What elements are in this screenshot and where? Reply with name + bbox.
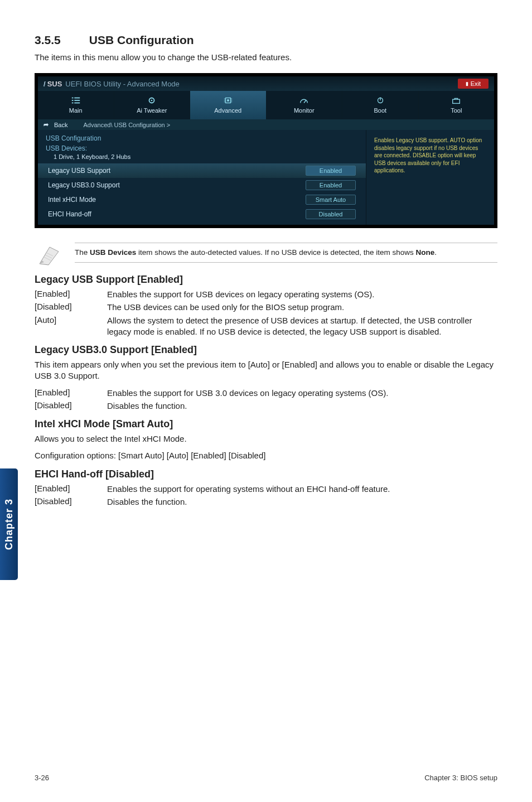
tab-main[interactable]: Main <box>38 91 114 119</box>
svg-rect-19 <box>453 99 460 103</box>
option-ehci-hand-off[interactable]: EHCI Hand-off Disabled <box>38 207 366 221</box>
subsection-heading: Intel xHCI Mode [Smart Auto] <box>35 418 497 430</box>
svg-rect-1 <box>74 98 80 99</box>
footer-chapter-label: Chapter 3: BIOS setup <box>424 774 497 782</box>
bios-help-text: Enables Legacy USB support. AUTO option … <box>374 137 487 175</box>
option-value[interactable]: Enabled <box>306 166 356 176</box>
bios-devices-value: 1 Drive, 1 Keyboard, 2 Hubs <box>38 153 366 163</box>
bios-section-title: USB Configuration <box>38 130 366 143</box>
section-intro: The items in this menu allow you to chan… <box>35 52 497 62</box>
option-value[interactable]: Disabled <box>306 209 356 219</box>
definition-desc: Disables the function. <box>107 400 497 412</box>
bios-title-text: UEFI BIOS Utility - Advanced Mode <box>65 80 179 88</box>
subsection-heading: Legacy USB3.0 Support [Enabled] <box>35 344 497 356</box>
tab-label: Advanced <box>192 107 264 114</box>
subsection-heading: Legacy USB Support [Enabled] <box>35 274 497 286</box>
note-text: The USB Devices item shows the auto-dete… <box>75 248 497 258</box>
section-title: USB Configuration <box>89 33 194 46</box>
bios-brand: SUS <box>43 80 62 88</box>
definition-term: [Enabled] <box>35 289 107 300</box>
option-legacy-usb3-support[interactable]: Legacy USB3.0 Support Enabled <box>38 178 366 192</box>
svg-rect-0 <box>72 98 74 99</box>
definition-term: [Auto] <box>35 315 107 338</box>
bios-tabbar: Main Ai Tweaker Advanced <box>38 91 494 119</box>
option-label: Legacy USB Support <box>48 167 110 175</box>
svg-rect-9 <box>227 99 229 102</box>
svg-rect-5 <box>74 103 80 104</box>
tab-advanced[interactable]: Advanced <box>190 91 267 119</box>
subsection-paragraph: Configuration options: [Smart Auto] [Aut… <box>35 450 497 461</box>
page-footer: 3-26 Chapter 3: BIOS setup <box>35 774 497 782</box>
tab-label: Tool <box>421 107 492 114</box>
bios-screenshot: SUS UEFI BIOS Utility - Advanced Mode Ex… <box>35 73 497 228</box>
definition-row: [Enabled]Enables the support for USB 3.0… <box>35 388 497 399</box>
bios-help-panel: Enables Legacy USB support. AUTO option … <box>366 130 494 225</box>
option-value[interactable]: Smart Auto <box>306 195 356 205</box>
page-number: 3-26 <box>35 774 49 782</box>
option-intel-xhci-mode[interactable]: Intel xHCI Mode Smart Auto <box>38 192 366 207</box>
definition-row: [Auto]Allows the system to detect the pr… <box>35 315 497 338</box>
definition-desc: Enables the support for USB devices on l… <box>107 289 497 300</box>
tab-label: Monitor <box>269 107 340 114</box>
definition-desc: Allows the system to detect the presence… <box>107 315 497 338</box>
definition-desc: Disables the function. <box>107 496 497 508</box>
section-number: 3.5.5 <box>35 33 86 47</box>
definition-row: [Disabled]The USB devices can be used on… <box>35 302 497 313</box>
back-arrow-icon: ➦ <box>43 121 49 128</box>
list-icon <box>40 95 112 105</box>
tab-boot[interactable]: Boot <box>342 91 419 119</box>
option-label: Intel xHCI Mode <box>48 196 96 204</box>
back-label: Back <box>54 122 67 128</box>
option-label: EHCI Hand-off <box>48 210 91 218</box>
tab-monitor[interactable]: Monitor <box>267 91 343 119</box>
bios-titlebar: SUS UEFI BIOS Utility - Advanced Mode Ex… <box>38 76 494 91</box>
definition-term: [Disabled] <box>35 302 107 313</box>
power-icon <box>345 95 416 105</box>
option-label: Legacy USB3.0 Support <box>48 181 120 189</box>
toolbox-icon <box>421 95 492 105</box>
breadcrumb: Advanced\ USB Configuration > <box>83 122 170 128</box>
definition-desc: Enables the support for USB 3.0 devices … <box>107 388 497 399</box>
chip-icon <box>192 95 264 105</box>
subsection-paragraph: Allows you to select the Intel xHCI Mode… <box>35 433 497 445</box>
definition-row: [Enabled]Enables the support for operati… <box>35 484 497 495</box>
definition-term: [Disabled] <box>35 400 107 412</box>
svg-line-16 <box>304 100 306 103</box>
definition-term: [Enabled] <box>35 388 107 399</box>
subsection-paragraph: This item appears only when you set the … <box>35 359 497 382</box>
option-value[interactable]: Enabled <box>306 180 356 190</box>
gear-icon <box>117 95 188 105</box>
definition-desc: Enables the support for operating system… <box>107 484 497 495</box>
svg-rect-4 <box>72 103 74 104</box>
tab-ai-tweaker[interactable]: Ai Tweaker <box>114 91 191 119</box>
exit-button[interactable]: Exit <box>458 79 489 89</box>
section-heading: 3.5.5 USB Configuration <box>35 33 497 47</box>
tab-label: Ai Tweaker <box>117 107 188 114</box>
exit-label: Exit <box>471 80 481 87</box>
svg-rect-3 <box>74 100 80 101</box>
chapter-side-label: Chapter 3 <box>3 499 15 550</box>
bios-back-row[interactable]: ➦ Back Advanced\ USB Configuration > <box>38 119 494 130</box>
definition-row: [Disabled]Disables the function. <box>35 400 497 412</box>
chapter-side-tab: Chapter 3 <box>0 468 18 580</box>
tab-tool[interactable]: Tool <box>419 91 495 119</box>
definition-row: [Disabled]Disables the function. <box>35 496 497 508</box>
definition-row: [Enabled]Enables the support for USB dev… <box>35 289 497 300</box>
svg-point-7 <box>151 100 153 102</box>
definition-term: [Disabled] <box>35 496 107 508</box>
bios-devices-label: USB Devices: <box>38 143 366 153</box>
svg-rect-2 <box>72 100 74 101</box>
bios-main-panel: USB Configuration USB Devices: 1 Drive, … <box>38 130 366 225</box>
tab-label: Boot <box>345 107 416 114</box>
definition-desc: The USB devices can be used only for the… <box>107 302 497 313</box>
subsection-heading: EHCI Hand-off [Disabled] <box>35 468 497 480</box>
note-block: The USB Devices item shows the auto-dete… <box>35 243 497 267</box>
gauge-icon <box>269 95 340 105</box>
note-icon <box>35 244 64 266</box>
definition-term: [Enabled] <box>35 484 107 495</box>
option-legacy-usb-support[interactable]: Legacy USB Support Enabled <box>38 163 366 178</box>
tab-label: Main <box>40 107 112 114</box>
